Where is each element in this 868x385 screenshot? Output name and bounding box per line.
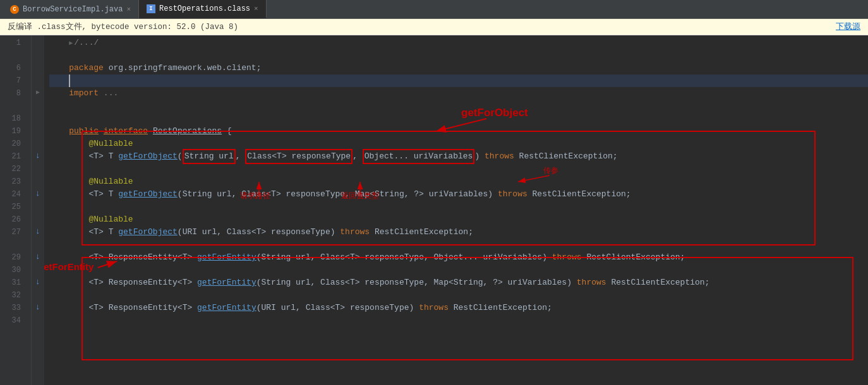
code-line-8: import ... — [49, 87, 868, 100]
code-line-6: package org.springframework.web.client; — [49, 62, 868, 74]
editor: 1 6 7 8 18 19 20 21 22 23 24 25 26 27 29… — [0, 35, 868, 385]
tab-rest[interactable]: I RestOperations.class × — [139, 0, 267, 18]
code-line-19: public interface RestOperations { — [49, 125, 868, 138]
class-icon: I — [147, 4, 155, 13]
code-line-31: <T> ResponseEntity<T> getForEntity (Stri… — [49, 276, 868, 289]
info-bar: 反编译 .class文件, bytecode version: 52.0 (Ja… — [0, 19, 868, 35]
line-num-8: 8 — [0, 87, 26, 100]
gutter-icon-33: ↓ — [32, 300, 44, 313]
info-message: 反编译 .class文件, bytecode version: 52.0 (Ja… — [8, 21, 238, 32]
line-num-18: 18 — [0, 112, 26, 125]
line-num-31: 31 — [0, 276, 26, 289]
line-num-22: 22 — [0, 163, 26, 175]
line-num-34: 34 — [0, 314, 26, 327]
line-num-20: 20 — [0, 138, 26, 150]
code-line-34 — [49, 314, 868, 327]
code-line-30 — [49, 264, 868, 276]
code-area: ▶/.../ package org.springframework.web.c… — [44, 35, 868, 385]
line-numbers: 1 6 7 8 18 19 20 21 22 23 24 25 26 27 29… — [0, 35, 32, 385]
gutter-icon-27: ↓ — [32, 225, 44, 237]
code-line-32 — [49, 289, 868, 302]
line-num-25: 25 — [0, 201, 26, 213]
tab-bar: C BorrowServiceImpl.java × I RestOperati… — [0, 0, 868, 19]
tab-rest-label: RestOperations.class — [159, 4, 250, 13]
line-num-19: 19 — [0, 125, 26, 138]
gutter-icon-29: ↓ — [32, 250, 44, 263]
java-icon: C — [10, 5, 19, 14]
line-num-23: 23 — [0, 175, 26, 188]
line-num-32: 32 — [0, 289, 26, 302]
code-line-7 — [49, 74, 868, 87]
tab-borrow-close[interactable]: × — [126, 6, 131, 13]
line-num-21: 21 — [0, 150, 26, 163]
code-line-blank-18 — [49, 100, 868, 112]
line-num-26: 26 — [0, 213, 26, 226]
line-num-blank3 — [0, 239, 26, 251]
param-url-box: String url — [183, 149, 236, 164]
tab-borrow-label: BorrowServiceImpl.java — [23, 5, 123, 14]
line-num-24: 24 — [0, 188, 26, 201]
code-line-28 — [49, 239, 868, 251]
gutter-area: ▶ ↓ ↓ ↓ ↓ ↓ ↓ — [32, 35, 44, 385]
code-line-25 — [49, 201, 868, 213]
code-line-1: ▶/.../ — [49, 37, 868, 49]
line-num-blank1 — [0, 49, 26, 62]
download-link[interactable]: 下载源 — [836, 21, 860, 32]
code-line-33: <T> ResponseEntity<T> getForEntity (URI … — [49, 302, 868, 314]
gutter-fold-import[interactable]: ▶ — [32, 86, 44, 98]
code-line-23: @Nullable — [49, 175, 868, 188]
code-line-18 — [49, 112, 868, 125]
tab-borrow[interactable]: C BorrowServiceImpl.java × — [3, 0, 139, 18]
param-type-box: Class<T> responseType — [245, 149, 353, 164]
line-num-1: 1 — [0, 37, 26, 49]
gutter-icon-21: ↓ — [32, 149, 44, 162]
line-num-7: 7 — [0, 74, 26, 87]
line-num-29: 29 — [0, 251, 26, 264]
line-num-blank2 — [0, 100, 26, 112]
tab-rest-close[interactable]: × — [254, 5, 258, 13]
code-line-27: <T> T getForObject (URI url, Class<T> re… — [49, 226, 868, 239]
gutter-icon-24: ↓ — [32, 187, 44, 199]
line-num-33: 33 — [0, 302, 26, 314]
param-vars-box: Object... uriVariables — [363, 149, 475, 164]
line-num-30: 30 — [0, 264, 26, 276]
code-line-22 — [49, 163, 868, 175]
code-line-blank1 — [49, 49, 868, 62]
gutter-icon-31: ↓ — [32, 275, 44, 288]
line-num-6: 6 — [0, 62, 26, 74]
line-num-27: 27 — [0, 226, 26, 239]
code-line-20: @Nullable — [49, 138, 868, 150]
code-line-24: <T> T getForObject (String url, Class<T>… — [49, 188, 868, 201]
code-line-21: <T> T getForObject ( String url , Class<… — [49, 150, 868, 163]
code-line-29: <T> ResponseEntity<T> getForEntity (Stri… — [49, 251, 868, 264]
code-line-26: @Nullable — [49, 213, 868, 226]
